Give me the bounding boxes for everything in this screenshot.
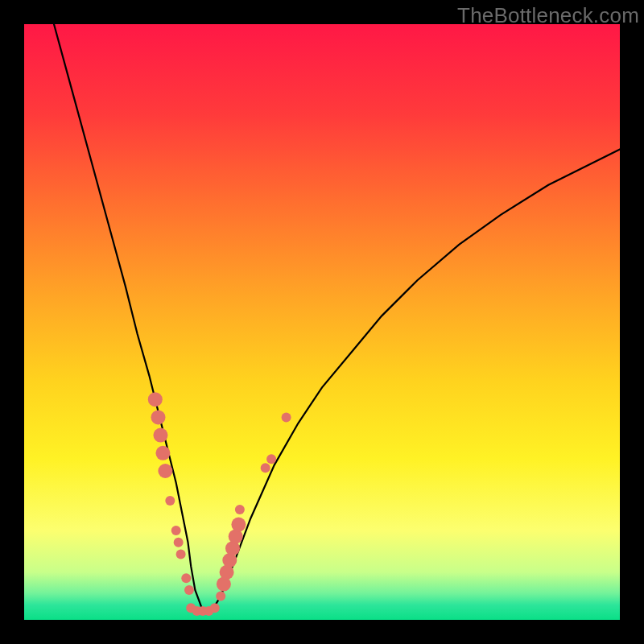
- data-point: [151, 410, 166, 424]
- data-point: [158, 464, 172, 478]
- data-point: [231, 518, 246, 532]
- data-points-group: [148, 392, 291, 616]
- data-point: [261, 463, 270, 473]
- bottleneck-curve: [54, 24, 620, 611]
- data-point: [235, 505, 245, 514]
- watermark-text: TheBottleneck.com: [457, 3, 639, 28]
- data-point: [282, 412, 291, 422]
- data-point: [216, 591, 225, 601]
- data-point: [171, 526, 181, 535]
- data-point: [153, 428, 167, 443]
- data-point: [174, 538, 184, 547]
- data-point: [184, 585, 194, 595]
- data-point: [148, 392, 163, 407]
- data-point: [210, 603, 220, 613]
- chart-overlay: [24, 24, 620, 620]
- data-point: [155, 446, 170, 460]
- data-point: [181, 573, 191, 583]
- data-point: [266, 454, 276, 464]
- data-point: [176, 550, 186, 559]
- chart-stage: TheBottleneck.com: [0, 0, 644, 644]
- data-point: [165, 496, 175, 506]
